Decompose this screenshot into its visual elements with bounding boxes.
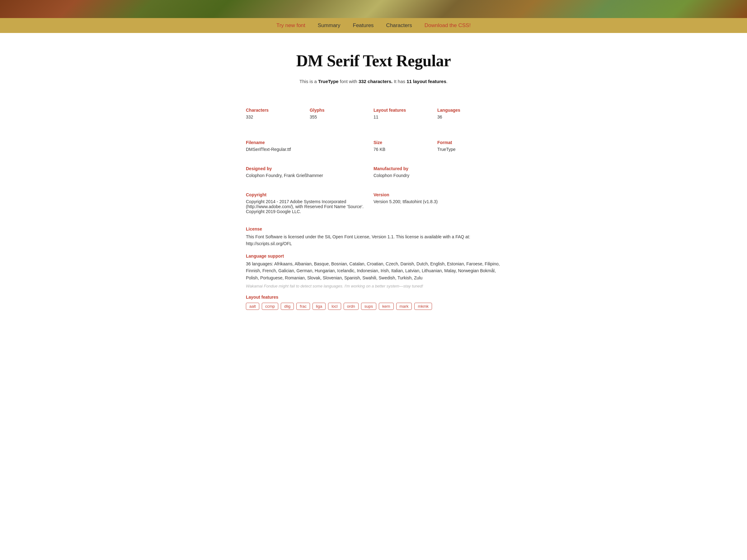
license-label: License [246, 226, 501, 232]
layout-feature-tag: sups [361, 303, 376, 310]
languages-value: 36 [437, 114, 501, 119]
license-value: This Font Software is licensed under the… [246, 233, 501, 247]
version-label: Version [374, 192, 501, 197]
size-value: 76 KB [374, 147, 437, 152]
info-designed-by: Designed by Colophon Foundry, Frank Grie… [246, 161, 374, 184]
info-format: Format TrueType [437, 135, 501, 158]
info-language-support-section: Language support 36 languages: Afrikaans… [246, 254, 501, 288]
glyphs-value: 355 [310, 114, 374, 119]
copyright-value: Copyright 2014 - 2017 Adobe Systems Inco… [246, 199, 374, 214]
layout-feature-tag: ordn [344, 303, 359, 310]
characters-value: 332 [246, 114, 310, 119]
info-version: Version Version 5.200; ttfautohint (v1.8… [374, 187, 501, 220]
info-size: Size 76 KB [374, 135, 437, 158]
info-grid-top: Characters 332 Glyphs 355 Layout feature… [246, 103, 501, 126]
layout-features-section-label: Layout features [246, 295, 501, 300]
format-label: Format [437, 140, 501, 145]
format-value: TrueType [437, 147, 501, 152]
info-row-filename: Filename DMSerifText-Regular.ttf Size 76… [246, 135, 501, 158]
navbar: Try new font Summary Features Characters… [0, 18, 747, 33]
layout-feature-tag: aalt [246, 303, 259, 310]
nav-try-font[interactable]: Try new font [276, 22, 305, 29]
info-row-designed: Designed by Colophon Foundry, Frank Grie… [246, 161, 501, 184]
copyright-label: Copyright [246, 192, 374, 197]
layout-features-label: Layout features [374, 108, 437, 113]
filename-label: Filename [246, 140, 374, 145]
layout-feature-tag: liga [312, 303, 326, 310]
layout-features-section: Layout features aaltccmpdligfracligalocl… [246, 295, 501, 310]
main-content: DM Serif Text Regular This is a TrueType… [233, 33, 514, 335]
info-copyright: Copyright Copyright 2014 - 2017 Adobe Sy… [246, 187, 374, 220]
manufactured-by-label: Manufactured by [374, 166, 501, 171]
layout-feature-tag: kern [379, 303, 393, 310]
info-filename: Filename DMSerifText-Regular.ttf [246, 135, 374, 158]
layout-feature-tag: dlig [281, 303, 294, 310]
language-note: Wakamai Fondue might fail to detect some… [246, 284, 501, 288]
designed-by-value: Colophon Foundry, Frank Grießhammer [246, 173, 374, 178]
font-title: DM Serif Text Regular [246, 52, 501, 70]
size-label: Size [374, 140, 437, 145]
layout-feature-tag: mark [396, 303, 412, 310]
layout-features-value: 11 [374, 114, 437, 119]
info-characters: Characters 332 [246, 103, 310, 126]
designed-by-label: Designed by [246, 166, 374, 171]
languages-label: Languages [437, 108, 501, 113]
info-license-section: License This Font Software is licensed u… [246, 226, 501, 247]
info-row-copyright: Copyright Copyright 2014 - 2017 Adobe Sy… [246, 187, 501, 220]
layout-feature-tag: mkmk [414, 303, 432, 310]
nav-characters[interactable]: Characters [386, 22, 412, 29]
layout-feature-tag: ccmp [262, 303, 278, 310]
info-languages: Languages 36 [437, 103, 501, 126]
font-subtitle: This is a TrueType font with 332 charact… [246, 79, 501, 84]
hero-image [0, 0, 747, 18]
layout-feature-tag: frac [296, 303, 310, 310]
tags-container: aaltccmpdligfracligaloclordnsupskernmark… [246, 303, 501, 310]
characters-label: Characters [246, 108, 310, 113]
filename-value: DMSerifText-Regular.ttf [246, 147, 374, 152]
layout-feature-tag: locl [328, 303, 341, 310]
manufactured-by-value: Colophon Foundry [374, 173, 501, 178]
language-support-label: Language support [246, 254, 501, 259]
info-layout-features: Layout features 11 [374, 103, 437, 126]
version-value: Version 5.200; ttfautohint (v1.8.3) [374, 199, 501, 204]
nav-summary[interactable]: Summary [318, 22, 340, 29]
nav-download-css[interactable]: Download the CSS! [424, 22, 471, 29]
info-glyphs: Glyphs 355 [310, 103, 374, 126]
info-manufactured-by: Manufactured by Colophon Foundry [374, 161, 501, 184]
nav-features[interactable]: Features [353, 22, 374, 29]
language-support-value: 36 languages: Afrikaans, Albanian, Basqu… [246, 260, 501, 281]
glyphs-label: Glyphs [310, 108, 374, 113]
